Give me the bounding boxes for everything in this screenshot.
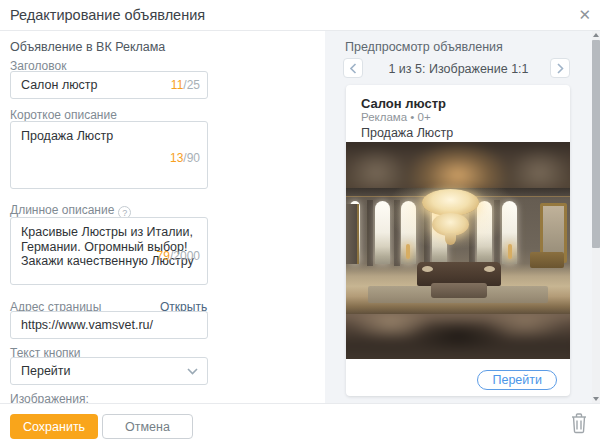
button-text-value: Перейти	[21, 364, 71, 378]
long-desc-counter: 79/2000	[157, 249, 200, 263]
headline-field-wrap: 11/25	[10, 71, 208, 99]
dialog-title: Редактирование объявления	[10, 7, 205, 23]
scroll-up-arrow[interactable]	[593, 33, 599, 37]
ad-image-blur-top	[346, 142, 570, 192]
chandelier-tier-1	[422, 189, 479, 216]
ad-image-room	[346, 188, 570, 314]
table-lamp	[406, 244, 410, 259]
url-input[interactable]	[10, 311, 208, 339]
preview-card-meta: Реклама • 0+	[361, 111, 431, 123]
trash-icon[interactable]	[570, 412, 588, 438]
short-desc-field-wrap: Продажа Люстр 13/90	[10, 121, 208, 193]
gold-console	[530, 252, 564, 268]
preview-card: Салон люстр Реклама • 0+ Продажа Люстр	[346, 85, 570, 396]
dialog-footer: Сохранить Отмена	[0, 403, 600, 441]
url-field-wrap	[10, 311, 208, 339]
scroll-down-arrow[interactable]	[593, 397, 599, 401]
preview-scrollbar[interactable]	[592, 31, 600, 403]
scrollbar-thumb[interactable]	[592, 40, 600, 248]
save-button[interactable]: Сохранить	[10, 414, 98, 439]
short-desc-label: Короткое описание	[10, 108, 117, 122]
cancel-button[interactable]: Отмена	[102, 414, 193, 439]
next-image-button[interactable]	[550, 58, 570, 78]
ad-image-blur-bottom	[346, 308, 570, 359]
left-frame	[346, 204, 359, 264]
headline-counter: 11/25	[171, 78, 200, 92]
ad-form: Объявление в ВК Реклама Заголовок 11/25 …	[0, 31, 325, 403]
short-desc-counter: 13/90	[170, 151, 200, 165]
preview-cta-button[interactable]: Перейти	[477, 370, 557, 390]
ad-image	[346, 142, 570, 359]
ottoman	[431, 283, 487, 298]
chandelier-tip	[445, 233, 456, 245]
preview-card-description: Продажа Люстр	[361, 126, 453, 140]
button-text-select[interactable]: Перейти	[10, 357, 208, 385]
ad-preview-panel: Предпросмотр объявления 1 из 5: Изображе…	[325, 31, 592, 403]
table-lamp	[508, 244, 512, 259]
preview-title: Предпросмотр объявления	[345, 40, 503, 54]
dialog-header: Редактирование объявления ✕	[0, 0, 600, 31]
chevron-right-icon	[557, 63, 564, 74]
form-section-title: Объявление в ВК Реклама	[10, 40, 165, 54]
edit-ad-dialog: Редактирование объявления ✕ Объявление в…	[0, 0, 600, 441]
long-desc-field-wrap: Красивые Люстры из Италии, Германии. Огр…	[10, 217, 208, 289]
close-icon[interactable]: ✕	[578, 5, 591, 25]
chevron-down-icon	[187, 368, 198, 375]
preview-card-title: Салон люстр	[361, 96, 446, 111]
